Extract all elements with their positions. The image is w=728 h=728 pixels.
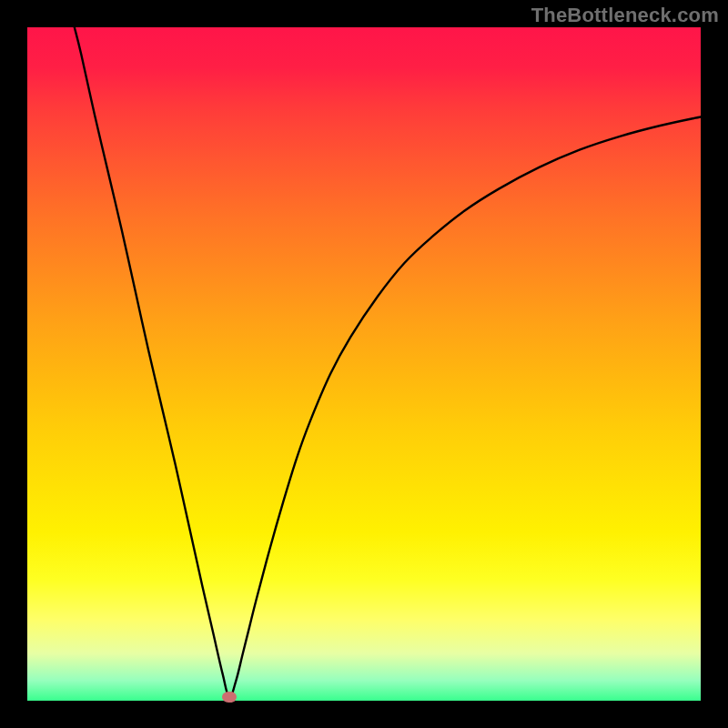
- minimum-marker: [222, 692, 237, 703]
- plot-area: [27, 27, 701, 701]
- bottleneck-curve: [27, 27, 701, 701]
- watermark-label: TheBottleneck.com: [531, 4, 719, 27]
- chart-frame: TheBottleneck.com: [0, 0, 728, 728]
